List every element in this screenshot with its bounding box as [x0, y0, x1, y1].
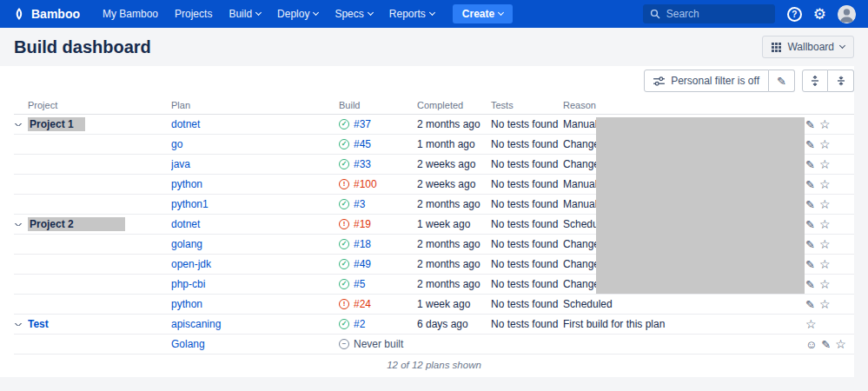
build-link[interactable]: #45 [354, 138, 371, 150]
completed-cell: 6 days ago [417, 318, 491, 330]
tests-cell: No tests found [491, 118, 563, 130]
project-group-label[interactable]: Project 2 [28, 217, 125, 231]
dashboard-toolbar: Personal filter is off ✎ [0, 66, 868, 96]
search-input[interactable] [665, 7, 768, 21]
star-icon[interactable]: ☆ [835, 338, 846, 350]
tests-cell: No tests found [491, 318, 563, 330]
page-header: Build dashboard Wallboard [0, 28, 868, 66]
tests-cell: No tests found [491, 258, 563, 270]
edit-icon[interactable]: ✎ [805, 139, 815, 150]
edit-icon[interactable]: ✎ [805, 299, 815, 310]
completed-cell: 2 weeks ago [417, 178, 491, 190]
smiley-icon[interactable]: ☺ [805, 339, 817, 350]
success-icon: ✓ [339, 319, 349, 329]
row-actions: ✎☆ [804, 138, 854, 150]
row-actions: ☆ [804, 318, 854, 330]
pencil-icon: ✎ [777, 76, 786, 87]
build-link[interactable]: #33 [354, 158, 371, 170]
create-button[interactable]: Create [453, 4, 513, 23]
star-icon[interactable]: ☆ [819, 178, 831, 190]
plan-link[interactable]: Golang [171, 338, 205, 350]
build-link[interactable]: #3 [354, 198, 365, 210]
plan-link[interactable]: python [171, 298, 202, 310]
edit-icon[interactable]: ✎ [805, 159, 815, 170]
wallboard-button[interactable]: Wallboard [762, 36, 854, 58]
nav-item-my-bamboo[interactable]: My Bamboo [103, 8, 158, 20]
star-icon[interactable]: ☆ [819, 218, 831, 230]
edit-filter-button[interactable]: ✎ [769, 70, 795, 92]
page-title: Build dashboard [14, 37, 151, 57]
success-icon: ✓ [339, 139, 349, 149]
edit-icon[interactable]: ✎ [805, 179, 815, 190]
nav-item-specs[interactable]: Specs [335, 8, 372, 20]
plan-link[interactable]: php-cbi [171, 278, 205, 290]
edit-icon[interactable]: ✎ [805, 259, 815, 270]
star-icon[interactable]: ☆ [805, 318, 817, 330]
project-group-label[interactable]: Test [28, 318, 49, 330]
build-link[interactable]: #49 [354, 258, 371, 270]
plan-link[interactable]: dotnet [171, 118, 200, 130]
plan-link[interactable]: java [171, 158, 190, 170]
column-header-reason: Reason [563, 100, 804, 110]
star-icon[interactable]: ☆ [819, 258, 831, 270]
project-group-label[interactable]: Project 1 [28, 117, 85, 131]
star-icon[interactable]: ☆ [819, 158, 831, 170]
build-link[interactable]: #18 [354, 238, 371, 250]
help-icon[interactable]: ? [787, 7, 802, 22]
build-link[interactable]: #100 [354, 178, 377, 190]
chevron-down-icon [498, 10, 504, 16]
edit-icon[interactable]: ✎ [805, 279, 815, 290]
star-icon[interactable]: ☆ [819, 198, 831, 210]
tests-cell: No tests found [491, 218, 563, 230]
edit-icon[interactable]: ✎ [805, 199, 815, 210]
personal-filter-button[interactable]: Personal filter is off [644, 70, 769, 92]
star-icon[interactable]: ☆ [819, 138, 831, 150]
edit-icon[interactable]: ✎ [805, 219, 815, 230]
group-expander-icon[interactable] [15, 323, 22, 326]
plan-link[interactable]: dotnet [171, 218, 200, 230]
nav-item-projects[interactable]: Projects [175, 8, 212, 20]
collapse-all-button[interactable] [828, 70, 854, 92]
plan-link[interactable]: golang [171, 238, 202, 250]
bamboo-brand[interactable]: Bamboo [12, 7, 80, 21]
wallboard-grid-icon [772, 43, 781, 52]
edit-icon[interactable]: ✎ [805, 239, 815, 250]
completed-cell: 1 month ago [417, 138, 491, 150]
plan-link[interactable]: open-jdk [171, 258, 211, 270]
chevron-down-icon [368, 10, 374, 16]
global-search[interactable] [643, 4, 775, 23]
group-expander-icon[interactable] [15, 223, 22, 226]
table-row: Golang − Never built ☺✎☆ [14, 335, 854, 355]
expand-all-icon [810, 76, 820, 86]
nav-item-reports[interactable]: Reports [389, 8, 434, 20]
build-link[interactable]: #19 [354, 218, 371, 230]
nav-item-deploy[interactable]: Deploy [277, 8, 318, 20]
plan-link[interactable]: apiscaning [171, 318, 221, 330]
build-link[interactable]: #5 [354, 278, 365, 290]
row-actions: ✎☆ [804, 118, 854, 130]
edit-icon[interactable]: ✎ [805, 119, 815, 130]
plan-link[interactable]: python1 [171, 198, 209, 210]
tests-cell: No tests found [491, 278, 563, 290]
gear-icon[interactable]: ⚙ [813, 7, 826, 22]
star-icon[interactable]: ☆ [819, 278, 831, 290]
build-link[interactable]: #2 [354, 318, 365, 330]
build-link[interactable]: #37 [354, 118, 371, 130]
star-icon[interactable]: ☆ [819, 238, 831, 250]
success-icon: ✓ [339, 239, 349, 249]
tests-cell: No tests found [491, 298, 563, 310]
avatar[interactable] [838, 5, 856, 23]
nav-item-build[interactable]: Build [229, 8, 261, 20]
star-icon[interactable]: ☆ [819, 298, 831, 310]
row-actions: ✎☆ [804, 238, 854, 250]
star-icon[interactable]: ☆ [819, 118, 831, 130]
tests-cell: No tests found [491, 238, 563, 250]
plan-link[interactable]: go [171, 138, 182, 150]
edit-icon[interactable]: ✎ [821, 339, 831, 350]
tests-cell: No tests found [491, 178, 563, 190]
group-expander-icon[interactable] [15, 123, 22, 126]
plan-link[interactable]: python [171, 178, 202, 190]
expand-all-button[interactable] [802, 70, 828, 92]
build-link[interactable]: #24 [354, 298, 371, 310]
failed-icon: ! [339, 219, 349, 229]
